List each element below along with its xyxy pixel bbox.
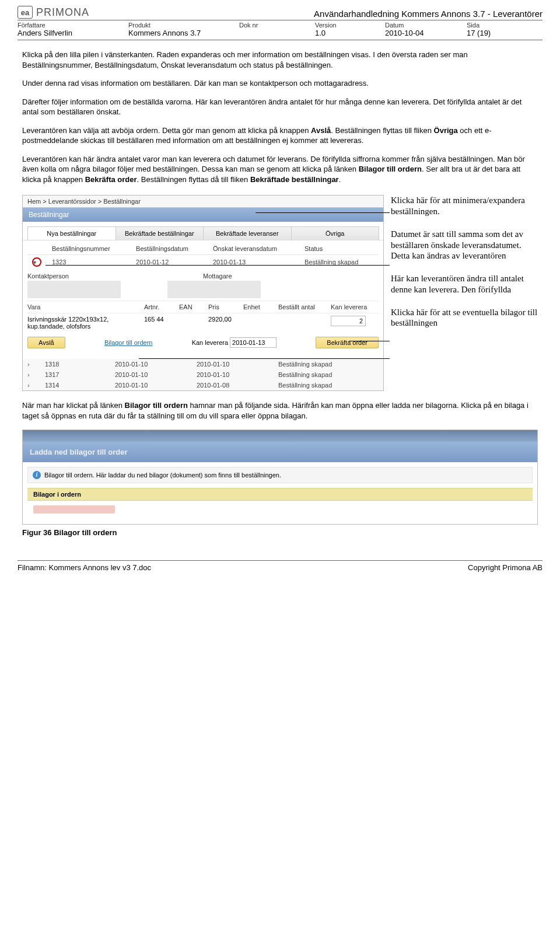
footer-filename: Filnamn: Kommers Annons lev v3 7.doc [18, 563, 151, 572]
col-artnr: Artnr. [144, 303, 179, 310]
chevron-down-icon [33, 259, 36, 266]
item-name: Isrivningsskär 1220x193x12, kup.tandade,… [27, 316, 144, 330]
topbar [23, 430, 537, 442]
value-sida: 17 (19) [467, 29, 513, 37]
value-forfattare: Anders Silfverlin [18, 29, 128, 37]
label-datum: Datum [385, 22, 467, 29]
col-enhet: Enhet [243, 303, 278, 310]
info-bar: i Bilagor till ordern. Här laddar du ned… [27, 467, 533, 483]
attachment-file-blur[interactable] [33, 505, 115, 514]
callout-date: Datumet är satt till samma som det av be… [391, 229, 538, 261]
figure-caption: Figur 36 Bilagor till ordern [22, 528, 538, 537]
paragraph-1: Klicka på den lilla pilen i vänsterkante… [22, 50, 538, 70]
paragraph-3: Därefter följer information om de bestäl… [22, 97, 538, 117]
kontaktperson-label: Kontaktperson [27, 273, 203, 280]
order-row[interactable]: 1323 2010-01-12 2010-01-13 Beställning s… [27, 255, 379, 270]
document-title: Användarhandledning Kommers Annons 3.7 -… [314, 9, 542, 19]
collapsed-orders: 1318 2010-01-10 2010-01-10 Beställning s… [23, 359, 383, 390]
annotation-line [46, 265, 390, 266]
expand-toggle-icon[interactable] [32, 257, 41, 267]
value-produkt: Kommers Annons 3.7 [128, 29, 239, 37]
screenshot-1-wrapper: Hem > Leverantörssidor > Beställningar B… [22, 195, 538, 391]
kan-leverera-date-input[interactable] [230, 337, 276, 348]
annotation-line [256, 212, 390, 213]
breadcrumb: Hem > Leverantörssidor > Beställningar [23, 196, 383, 208]
label-produkt: Produkt [128, 22, 239, 29]
tab-ovriga[interactable]: Övriga [291, 226, 380, 240]
attachments-header: Bilagor i ordern [27, 488, 533, 501]
bekrafta-order-button[interactable]: Bekräfta order [316, 337, 379, 348]
panel-title: Beställningar [23, 208, 383, 222]
attachments-body [27, 501, 533, 518]
action-row: Avslå Bilagor till ordern Kan leverera B… [27, 332, 379, 353]
info-icon: i [33, 471, 41, 479]
tab-bekraftade-leveranser[interactable]: Bekräftade leveranser [203, 226, 292, 240]
paragraph-4: Leverantören kan välja att avböja ordern… [22, 125, 538, 146]
label-forfattare: Författare [18, 22, 128, 29]
order-nr: 1323 [47, 255, 131, 270]
callout-bilagor: Klicka här för att se eventuella bilagor… [391, 307, 538, 329]
kan-leverera-date-label: Kan leverera [192, 339, 228, 346]
callout-qty: Här kan leverantören ändra till antalet … [391, 273, 538, 295]
info-text: Bilagor till ordern. Här laddar du ned b… [44, 472, 281, 479]
tabs-row: Nya beställningar Bekräftade beställning… [23, 222, 383, 240]
item-pris: 2920,00 [208, 316, 243, 330]
order-row-collapsed[interactable]: 1317 2010-01-10 2010-01-10 Beställning s… [23, 369, 383, 380]
logo-text: PRIMONA [36, 6, 89, 19]
download-banner: Ladda ned bilagor till order [23, 442, 537, 462]
item-row: Isrivningsskär 1220x193x12, kup.tandade,… [27, 313, 379, 332]
order-row-collapsed[interactable]: 1314 2010-01-10 2010-01-08 Beställning s… [23, 380, 383, 390]
label-version: Version [315, 22, 385, 29]
chevron-right-icon [27, 382, 30, 389]
value-datum: 2010-10-04 [385, 29, 467, 37]
footer-copyright: Copyright Primona AB [468, 563, 542, 572]
value-version: 1.0 [315, 29, 385, 37]
avsla-button[interactable]: Avslå [27, 337, 65, 348]
bilagor-till-ordern-link[interactable]: Bilagor till ordern [104, 339, 153, 346]
items-header: Vara Artnr. EAN Pris Enhet Beställt anta… [27, 301, 379, 313]
col-ean: EAN [179, 303, 208, 310]
order-row-collapsed[interactable]: 1318 2010-01-10 2010-01-10 Beställning s… [23, 359, 383, 369]
paragraph-between: När man har klickat på länken Bilagor ti… [22, 400, 538, 421]
kan-leverera-input[interactable] [331, 316, 366, 326]
order-status: Beställning skapad [300, 255, 379, 270]
col-pris: Pris [208, 303, 243, 310]
mottagare-label: Mottagare [203, 273, 379, 280]
label-sida: Sida [467, 22, 513, 29]
screenshot-1: Hem > Leverantörssidor > Beställningar B… [22, 195, 384, 391]
callout-expand: Klicka här för att minimera/expandera be… [391, 195, 538, 217]
col-bestallt-antal: Beställt antal [278, 303, 331, 310]
document-footer: Filnamn: Kommers Annons lev v3 7.doc Cop… [18, 560, 542, 572]
document-header: ea PRIMONA Användarhandledning Kommers A… [18, 6, 542, 40]
chevron-right-icon [27, 361, 30, 368]
col-bestallningsnummer: Beställningsnummer [47, 243, 131, 255]
header-top-row: ea PRIMONA Användarhandledning Kommers A… [18, 6, 542, 20]
col-kan-leverera: Kan leverera [331, 303, 377, 310]
order-bd: 2010-01-12 [131, 255, 208, 270]
col-vara: Vara [27, 303, 144, 310]
label-doknr: Dok nr [239, 22, 315, 29]
contact-heads: Kontaktperson Mottagare [27, 273, 379, 280]
item-artnr: 165 44 [144, 316, 179, 330]
header-meta-labels: Författare Produkt Dok nr Version Datum … [18, 20, 542, 40]
chevron-right-icon [27, 371, 30, 378]
col-bestallningsdatum: Beställningsdatum [131, 243, 208, 255]
annotation-line [349, 341, 390, 341]
screenshot-2: Ladda ned bilagor till order i Bilagor t… [22, 430, 538, 525]
value-doknr [239, 29, 315, 37]
col-status: Status [300, 243, 379, 255]
paragraph-5: Leverantören kan här ändra antalet varor… [22, 154, 538, 185]
annotation-line [139, 358, 390, 359]
logo: ea PRIMONA [18, 6, 89, 19]
kontaktperson-value-blur [27, 281, 121, 298]
logo-mark-icon: ea [18, 6, 33, 19]
mottagare-value-blur [167, 281, 261, 298]
col-onskat-leveransdatum: Önskat leveransdatum [208, 243, 300, 255]
order-ld: 2010-01-13 [208, 255, 300, 270]
tab-bekraftade-bestallningar[interactable]: Bekräftade beställningar [116, 226, 204, 240]
paragraph-2: Under denna rad visas information om bes… [22, 78, 538, 89]
document-body: Klicka på den lilla pilen i vänsterkante… [18, 44, 542, 537]
callouts: Klicka här för att minimera/expandera be… [391, 195, 538, 329]
tab-nya-bestallningar[interactable]: Nya beställningar [27, 226, 116, 240]
kan-leverera-date-group: Kan leverera [192, 337, 276, 348]
